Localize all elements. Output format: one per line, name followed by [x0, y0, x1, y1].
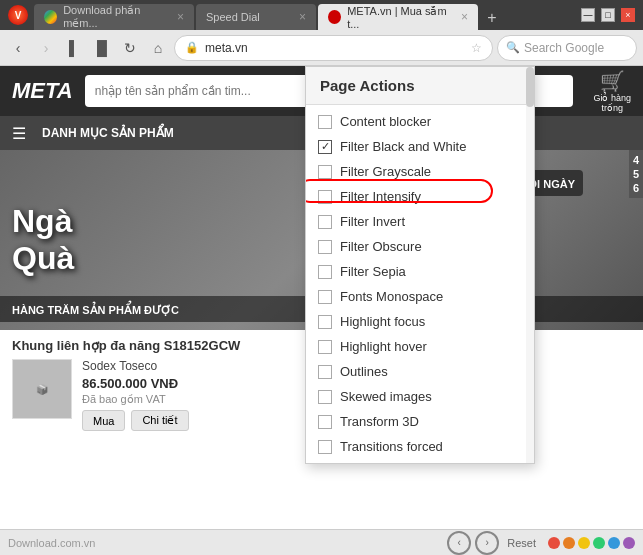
search-icon: 🔍	[506, 41, 520, 54]
page-area: META 🛒 Giỏ hàngtrống ☰ DANH MỤC SẢN PHẨM…	[0, 66, 643, 529]
forward-button[interactable]: ›	[34, 36, 58, 60]
checkbox-content-blocker[interactable]	[318, 115, 332, 129]
skip-end-button[interactable]: █	[90, 36, 114, 60]
label-highlight-hover: Highlight hover	[340, 339, 427, 354]
site-nav-label: DANH MỤC SẢN PHẨM	[42, 126, 174, 140]
tab-label-download: Download phần mềm...	[63, 4, 171, 30]
label-transitions-forced: Transitions forced	[340, 439, 443, 454]
checkbox-transitions-forced[interactable]	[318, 440, 332, 454]
label-filter-invert: Filter Invert	[340, 214, 405, 229]
tab-close-meta[interactable]: ×	[461, 10, 468, 24]
dropdown-item-filter-black-white[interactable]: ✓ Filter Black and White ➤	[306, 134, 534, 159]
dropdown-item-skewed-images[interactable]: Skewed images	[306, 384, 534, 409]
dropdown-item-outlines[interactable]: Outlines	[306, 359, 534, 384]
navigation-bar: ‹ › ▌ █ ↻ ⌂ 🔒 meta.vn ☆ 🔍 Search Google	[0, 30, 643, 66]
reset-label[interactable]: Reset	[507, 537, 536, 549]
dropdown-item-filter-obscure[interactable]: Filter Obscure	[306, 234, 534, 259]
home-button[interactable]: ⌂	[146, 36, 170, 60]
hero-subtext: HÀNG TRĂM SẢN PHẨM ĐƯỢC	[12, 304, 179, 316]
cart-icon: 🛒	[593, 69, 631, 93]
browser-frame: V Download phần mềm... × Speed Dial × ME…	[0, 0, 643, 555]
checkbox-filter-intensify[interactable]	[318, 190, 332, 204]
tab-favicon-meta	[328, 10, 341, 24]
watermark-text: Download.com.vn	[8, 537, 95, 549]
next-button[interactable]: ›	[475, 531, 499, 555]
tab-label-speed-dial: Speed Dial	[206, 11, 260, 23]
dot-green	[593, 537, 605, 549]
right-col: 4 5 6	[629, 150, 643, 198]
tab-download[interactable]: Download phần mềm... ×	[34, 4, 194, 30]
checkbox-outlines[interactable]	[318, 365, 332, 379]
dropdown-item-fonts-monospace[interactable]: Fonts Monospace	[306, 284, 534, 309]
maximize-button[interactable]: □	[601, 8, 615, 22]
checkbox-filter-black-white[interactable]: ✓	[318, 140, 332, 154]
title-bar: V Download phần mềm... × Speed Dial × ME…	[0, 0, 643, 30]
label-highlight-focus: Highlight focus	[340, 314, 425, 329]
page-actions-dropdown: Page Actions Content blocker ✓ Filter Bl…	[305, 66, 535, 464]
dropdown-title: Page Actions	[320, 77, 414, 94]
prev-button[interactable]: ‹	[447, 531, 471, 555]
dropdown-list: Content blocker ✓ Filter Black and White…	[306, 105, 534, 463]
tab-label-meta: META.vn | Mua sắm t...	[347, 5, 455, 30]
checkbox-filter-invert[interactable]	[318, 215, 332, 229]
dot-yellow	[578, 537, 590, 549]
checkbox-filter-obscure[interactable]	[318, 240, 332, 254]
dropdown-item-transform-3d[interactable]: Transform 3D	[306, 409, 534, 434]
tab-close-download[interactable]: ×	[177, 10, 184, 24]
right-col-num-1: 4	[633, 154, 639, 166]
checkbox-skewed-images[interactable]	[318, 390, 332, 404]
label-filter-grayscale: Filter Grayscale	[340, 164, 431, 179]
label-filter-black-white: Filter Black and White	[340, 139, 466, 154]
label-filter-obscure: Filter Obscure	[340, 239, 422, 254]
back-button[interactable]: ‹	[6, 36, 30, 60]
window-controls: — □ ×	[581, 8, 635, 22]
checkbox-highlight-focus[interactable]	[318, 315, 332, 329]
dropdown-item-highlight-focus[interactable]: Highlight focus	[306, 309, 534, 334]
scrollbar-track[interactable]	[526, 67, 534, 463]
dropdown-item-highlight-hover[interactable]: Highlight hover	[306, 334, 534, 359]
address-bar[interactable]: 🔒 meta.vn ☆	[174, 35, 493, 61]
tab-close-speed-dial[interactable]: ×	[299, 10, 306, 24]
dot-blue	[608, 537, 620, 549]
cart-label: Giỏ hàngtrống	[593, 93, 631, 113]
color-dots	[548, 537, 635, 549]
dropdown-item-filter-sepia[interactable]: Filter Sepia	[306, 259, 534, 284]
scrollbar-thumb[interactable]	[526, 67, 534, 107]
checkbox-filter-sepia[interactable]	[318, 265, 332, 279]
checkbox-fonts-monospace[interactable]	[318, 290, 332, 304]
checkbox-transform-3d[interactable]	[318, 415, 332, 429]
dot-red	[548, 537, 560, 549]
lock-icon: 🔒	[185, 41, 199, 54]
cart-icon-area: 🛒 Giỏ hàngtrống	[593, 69, 631, 113]
label-filter-intensify: Filter Intensify	[340, 189, 421, 204]
detail-button[interactable]: Chi tiết	[131, 410, 188, 431]
checkbox-filter-grayscale[interactable]	[318, 165, 332, 179]
search-box[interactable]: 🔍 Search Google	[497, 35, 637, 61]
dropdown-item-filter-invert[interactable]: Filter Invert	[306, 209, 534, 234]
checkbox-highlight-hover[interactable]	[318, 340, 332, 354]
tab-meta[interactable]: META.vn | Mua sắm t... ×	[318, 4, 478, 30]
minimize-button[interactable]: —	[581, 8, 595, 22]
tab-speed-dial[interactable]: Speed Dial ×	[196, 4, 316, 30]
tab-list: Download phần mềm... × Speed Dial × META…	[34, 0, 567, 30]
address-text: meta.vn	[205, 41, 465, 55]
close-button[interactable]: ×	[621, 8, 635, 22]
dot-purple	[623, 537, 635, 549]
dropdown-item-filter-intensify[interactable]: Filter Intensify	[306, 184, 534, 209]
right-col-num-3: 6	[633, 182, 639, 194]
label-fonts-monospace: Fonts Monospace	[340, 289, 443, 304]
buy-button[interactable]: Mua	[82, 410, 125, 431]
skip-start-button[interactable]: ▌	[62, 36, 86, 60]
dot-orange	[563, 537, 575, 549]
new-tab-button[interactable]: +	[480, 6, 504, 30]
tab-favicon-download	[44, 10, 57, 24]
label-filter-sepia: Filter Sepia	[340, 264, 406, 279]
label-content-blocker: Content blocker	[340, 114, 431, 129]
product-image: 📦	[12, 359, 72, 419]
dropdown-item-transitions-forced[interactable]: Transitions forced	[306, 434, 534, 459]
hamburger-icon: ☰	[12, 124, 26, 143]
dropdown-item-filter-grayscale[interactable]: Filter Grayscale	[306, 159, 534, 184]
refresh-button[interactable]: ↻	[118, 36, 142, 60]
dropdown-item-content-blocker[interactable]: Content blocker	[306, 109, 534, 134]
bookmark-icon[interactable]: ☆	[471, 41, 482, 55]
